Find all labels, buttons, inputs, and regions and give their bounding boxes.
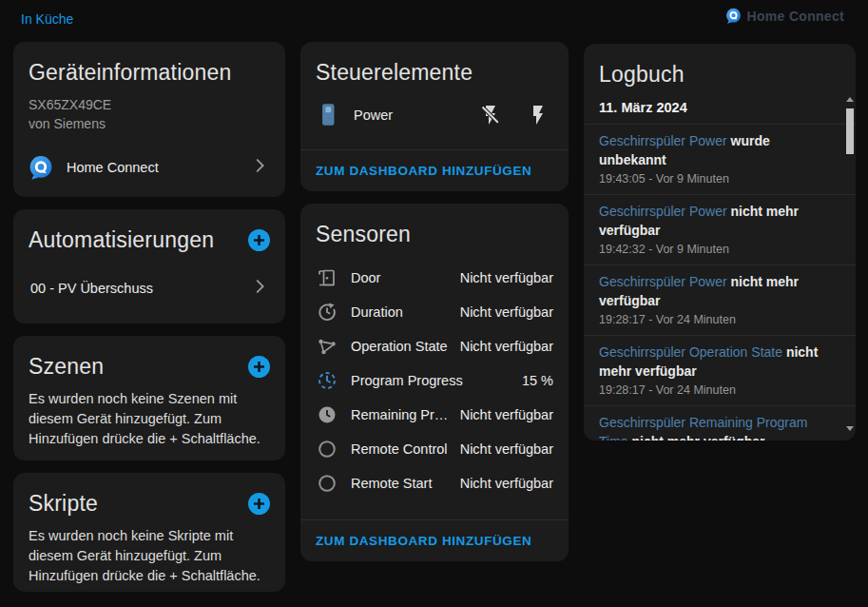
circle-icon <box>316 472 338 495</box>
scrollbar-thumb[interactable] <box>846 108 854 154</box>
scrollbar-up-arrow[interactable] <box>846 97 854 102</box>
sensor-label: Remaining Program Time <box>351 407 451 422</box>
logbook-entry: Geschirrspüler Power nicht mehr verfügba… <box>584 194 856 264</box>
logbook-entry: Geschirrspüler Remaining Program Time ni… <box>584 405 856 441</box>
scenes-card: Szenen Es wurden noch keine Szenen mit d… <box>13 336 285 460</box>
power-entity-name: Power <box>354 108 479 123</box>
sensor-row-door[interactable]: Door Nicht verfügbar <box>316 261 553 295</box>
sensor-row-operation-state[interactable]: Operation State Nicht verfügbar <box>316 329 553 363</box>
sensor-value: Nicht verfügbar <box>460 441 553 457</box>
sensor-value: 15 % <box>522 373 553 388</box>
sensor-row-remote-control[interactable]: Remote Control Nicht verfügbar <box>316 432 553 466</box>
logbook-action: nicht mehr verfügbar <box>631 434 764 441</box>
flash-off-icon[interactable] <box>479 104 502 127</box>
sensor-label: Remote Control <box>351 441 451 457</box>
brand-badge: Home Connect <box>725 8 844 24</box>
sensor-value: Nicht verfügbar <box>460 270 553 285</box>
scripts-title: Skripte <box>29 490 98 517</box>
logbook-timestamp: 19:42:32 - Vor 9 Minuten <box>599 243 831 257</box>
logbook-timestamp: 19:28:17 - Vor 24 Minuten <box>599 313 831 327</box>
controls-title: Steuerelemente <box>316 59 553 86</box>
add-automation-button[interactable] <box>248 229 270 251</box>
device-manufacturer: von Siemens <box>29 114 270 133</box>
scenes-title: Szenen <box>29 353 104 380</box>
sensor-value: Nicht verfügbar <box>460 476 553 491</box>
logbook-entity-link[interactable]: Geschirrspüler Power <box>599 204 727 219</box>
logbook-title: Logbuch <box>584 44 856 91</box>
sensors-card: Sensoren Door Nicht verfügbar <box>300 204 569 561</box>
circle-icon <box>316 438 338 460</box>
scripts-card: Skripte Es wurden noch keine Skripte mit… <box>13 473 285 592</box>
logbook-entity-link[interactable]: Geschirrspüler Power <box>599 274 727 289</box>
sensor-label: Program Progress <box>351 373 512 388</box>
flash-icon[interactable] <box>527 104 550 127</box>
sensor-value: Nicht verfügbar <box>460 304 553 320</box>
sensor-value: Nicht verfügbar <box>460 339 553 354</box>
clock-icon <box>316 403 338 426</box>
automation-item[interactable]: 00 - PV Überschuss <box>29 274 270 303</box>
logbook-scrollbar[interactable] <box>845 97 855 431</box>
brand-text: Home Connect <box>747 9 844 24</box>
sensor-value: Nicht verfügbar <box>460 407 553 422</box>
progress-clock-icon <box>316 369 338 392</box>
sensors-add-to-dashboard-button[interactable]: ZUM DASHBOARD HINZUFÜGEN <box>300 520 569 561</box>
chevron-right-icon <box>249 155 270 180</box>
controls-add-to-dashboard-button[interactable]: ZUM DASHBOARD HINZUFÜGEN <box>300 150 569 191</box>
sensor-label: Remote Start <box>351 476 451 491</box>
door-icon <box>316 266 338 289</box>
sensor-row-remaining-program-time[interactable]: Remaining Program Time Nicht verfügbar <box>316 398 553 432</box>
home-connect-logo-icon <box>725 8 742 24</box>
logbook-card: Logbuch 11. März 2024 Geschirrspüler Pow… <box>584 44 856 441</box>
logbook-timestamp: 19:28:17 - Vor 24 Minuten <box>599 383 831 398</box>
state-machine-icon <box>316 335 338 358</box>
sensor-row-duration[interactable]: Duration Nicht verfügbar <box>316 295 553 329</box>
home-connect-logo-icon <box>29 155 53 180</box>
automations-card: Automatisierungen 00 - PV Überschuss <box>13 209 285 323</box>
area-breadcrumb-link[interactable]: In Küche <box>21 11 73 27</box>
logbook-entry: Geschirrspüler Operation State nicht meh… <box>584 335 856 405</box>
device-info-card: Geräteinformationen SX65ZX49CE von Sieme… <box>13 42 285 197</box>
logbook-timestamp: 19:43:05 - Vor 9 Minuten <box>599 172 831 186</box>
sensor-label: Duration <box>351 304 451 320</box>
logbook-date-header: 11. März 2024 <box>584 91 856 124</box>
integration-row[interactable]: Home Connect <box>29 154 270 181</box>
sensor-label: Door <box>351 270 451 285</box>
logbook-entity-link[interactable]: Geschirrspüler Operation State <box>599 344 782 360</box>
add-scene-button[interactable] <box>248 356 270 378</box>
sensor-label: Operation State <box>351 339 451 354</box>
logbook-entry: Geschirrspüler Power nicht mehr verfügba… <box>584 264 856 335</box>
integration-label: Home Connect <box>67 160 249 175</box>
add-script-button[interactable] <box>248 493 270 515</box>
sensor-row-remote-start[interactable]: Remote Start Nicht verfügbar <box>316 466 553 500</box>
logbook-entry: Geschirrspüler Power wurde unbekannt 19:… <box>584 124 856 194</box>
automations-title: Automatisierungen <box>29 226 214 253</box>
scrollbar-down-arrow[interactable] <box>846 426 854 431</box>
top-bar: In Küche Home Connect <box>0 0 868 40</box>
scripts-empty-text: Es wurden noch keine Skripte mit diesem … <box>29 526 270 592</box>
power-entity-row: Power <box>316 95 553 135</box>
logbook-scroll-area[interactable]: 11. März 2024 Geschirrspüler Power wurde… <box>584 91 856 441</box>
sensor-row-program-progress[interactable]: Program Progress 15 % <box>316 363 553 398</box>
logbook-entity-link[interactable]: Geschirrspüler Power <box>599 133 727 148</box>
automation-item-label: 00 - PV Überschuss <box>30 281 249 296</box>
controls-card: Steuerelemente Power <box>300 42 569 191</box>
device-info-title: Geräteinformationen <box>29 59 270 86</box>
sensors-title: Sensoren <box>316 221 553 247</box>
light-switch-icon <box>316 102 340 128</box>
device-model: SX65ZX49CE <box>29 95 270 114</box>
timer-icon <box>316 301 338 323</box>
chevron-right-icon <box>249 276 270 301</box>
scenes-empty-text: Es wurden noch keine Szenen mit diesem G… <box>29 389 270 460</box>
